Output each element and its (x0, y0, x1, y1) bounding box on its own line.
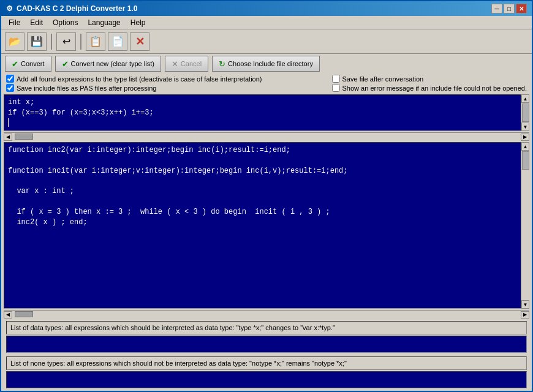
toolbar: 📂 💾 ↩ 📋 📄 ✕ (1, 29, 532, 54)
type-list-text: List of data types: all expressions whic… (10, 324, 335, 331)
maximize-button[interactable]: □ (504, 4, 515, 13)
hscroll-track (12, 134, 521, 141)
checkbox-save-include-line: Save include files as PAS files after pr… (6, 84, 262, 92)
text-cursor (8, 118, 9, 127)
bottom-hscroll-thumb[interactable] (15, 311, 33, 317)
save-include-label: Save include files as PAS files after pr… (17, 85, 156, 92)
vscroll-thumb-top[interactable] (522, 104, 529, 122)
choose-include-label: Choose Include file directory (228, 60, 313, 67)
menu-edit[interactable]: Edit (25, 17, 48, 28)
top-code-vscroll[interactable]: ▲ ▼ (521, 94, 529, 131)
toolbar-separator-2 (80, 34, 81, 50)
vscroll-up-btn-bottom[interactable]: ▲ (521, 142, 529, 151)
cancel-button[interactable]: ✕ Cancel (165, 56, 208, 72)
bottom-hscroll-track (12, 311, 521, 318)
convert-new-button[interactable]: ✔ Convert new (clear type list) (55, 56, 161, 72)
save-file-checkbox[interactable] (332, 75, 340, 83)
bottom-code-panel-wrapper: function inc2(var i:integer):integer;beg… (4, 142, 529, 309)
delete-button[interactable]: ✕ (130, 32, 149, 51)
convert-new-label: Convert new (clear type list) (71, 60, 154, 67)
menu-bar: File Edit Options Language Help (1, 16, 532, 29)
code-top-line1: int x; (8, 98, 34, 107)
main-window: ⚙ CAD-KAS C 2 Delphi Converter 1.0 ─ □ ✕… (0, 0, 533, 392)
checkbox-show-error-line: Show an error message if an include file… (332, 84, 527, 92)
code-bottom-line7: if ( x = 3 ) then x := 3 ; while ( x < 3… (8, 208, 330, 216)
save-file-label: Save file after conversation (342, 75, 424, 83)
save-button[interactable]: 💾 (27, 32, 47, 51)
vscroll-up-btn-top[interactable]: ▲ (521, 94, 529, 103)
bottom-hscroll-left-btn[interactable]: ◀ (4, 311, 12, 318)
open-folder-button[interactable]: 📂 (5, 32, 25, 51)
show-error-label: Show an error message if an include file… (342, 85, 527, 92)
add-expressions-checkbox[interactable] (6, 75, 14, 83)
bottom-code-content: function inc2(var i:integer):integer;beg… (8, 145, 519, 227)
paste-button[interactable]: 📄 (108, 32, 127, 51)
menu-help[interactable]: Help (126, 17, 151, 28)
cancel-icon: ✕ (172, 59, 178, 69)
show-error-checkbox[interactable] (332, 84, 340, 92)
vscroll-down-btn-top[interactable]: ▼ (521, 123, 529, 131)
vscroll-thumb-bottom[interactable] (522, 151, 529, 170)
save-include-checkbox[interactable] (6, 84, 14, 92)
top-code-panel-wrapper: int x; if (x==3) for (x=3;x<3;x++) i+=3;… (4, 94, 529, 131)
window-title: CAD-KAS C 2 Delphi Converter 1.0 (17, 4, 137, 13)
copy-button[interactable]: 📋 (86, 32, 105, 51)
none-type-input-area[interactable] (6, 371, 527, 388)
action-buttons-row: ✔ Convert ✔ Convert new (clear type list… (1, 54, 532, 74)
title-bar-controls: ─ □ ✕ (491, 4, 527, 13)
checkboxes-area: Add all found expressions to the type li… (1, 74, 532, 93)
hscroll-left-btn[interactable]: ◀ (4, 134, 12, 141)
menu-file[interactable]: File (4, 17, 25, 28)
hscroll-right-btn[interactable]: ▶ (521, 134, 529, 141)
convert-label: Convert (21, 60, 45, 67)
type-list-input-area[interactable] (6, 336, 527, 353)
convert-button[interactable]: ✔ Convert (5, 56, 51, 72)
vscroll-track-top (521, 103, 529, 123)
bottom-code-vscroll[interactable]: ▲ ▼ (521, 142, 529, 309)
code-top-line2: if (x==3) for (x=3;x<3;x++) i+=3; (8, 108, 154, 117)
window-icon: ⚙ (6, 4, 13, 13)
vscroll-track-bottom (521, 151, 529, 300)
none-type-status-bar: List of none types: all expressions whic… (6, 356, 527, 370)
none-type-text: List of none types: all expressions whic… (10, 360, 347, 367)
toolbar-separator-1 (51, 34, 52, 50)
minimize-button[interactable]: ─ (491, 4, 502, 13)
bottom-hscroll[interactable]: ◀ ▶ (4, 310, 529, 318)
code-bottom-line8: inc2( x ) ; end; (8, 218, 88, 227)
title-bar: ⚙ CAD-KAS C 2 Delphi Converter 1.0 ─ □ ✕ (1, 1, 532, 16)
bottom-code-panel[interactable]: function inc2(var i:integer):integer;beg… (4, 142, 529, 309)
top-hscroll[interactable]: ◀ ▶ (4, 132, 529, 141)
hscroll-thumb[interactable] (15, 134, 33, 140)
menu-options[interactable]: Options (48, 17, 83, 28)
checkbox-left: Add all found expressions to the type li… (6, 75, 262, 92)
checkbox-add-expressions-line: Add all found expressions to the type li… (6, 75, 262, 83)
choose-include-icon: ↻ (219, 59, 225, 69)
menu-language[interactable]: Language (83, 17, 125, 28)
undo-button[interactable]: ↩ (56, 32, 76, 51)
checkbox-group: Add all found expressions to the type li… (6, 75, 527, 92)
checkbox-right: Save file after conversation Show an err… (332, 75, 527, 92)
top-code-panel[interactable]: int x; if (x==3) for (x=3;x<3;x++) i+=3; (4, 94, 529, 131)
close-button[interactable]: ✕ (516, 4, 527, 13)
checkbox-save-file-line: Save file after conversation (332, 75, 527, 83)
top-code-content: int x; if (x==3) for (x=3;x<3;x++) i+=3; (8, 97, 519, 118)
code-bottom-line5: var x : int ; (8, 187, 74, 195)
bottom-hscroll-right-btn[interactable]: ▶ (521, 311, 529, 318)
main-content: int x; if (x==3) for (x=3;x<3;x++) i+=3;… (1, 93, 532, 391)
cancel-label: Cancel (181, 60, 202, 67)
title-bar-title: ⚙ CAD-KAS C 2 Delphi Converter 1.0 (6, 4, 137, 13)
add-expressions-label: Add all found expressions to the type li… (17, 75, 262, 83)
code-bottom-line3: function incit(var i:integer;v:integer):… (8, 167, 348, 175)
choose-include-button[interactable]: ↻ Choose Include file directory (212, 56, 320, 72)
convert-new-icon: ✔ (62, 59, 69, 69)
type-list-status-bar: List of data types: all expressions whic… (6, 321, 527, 334)
convert-icon: ✔ (12, 59, 18, 69)
vscroll-down-btn-bottom[interactable]: ▼ (521, 300, 529, 309)
code-bottom-line1: function inc2(var i:integer):integer;beg… (8, 146, 290, 154)
